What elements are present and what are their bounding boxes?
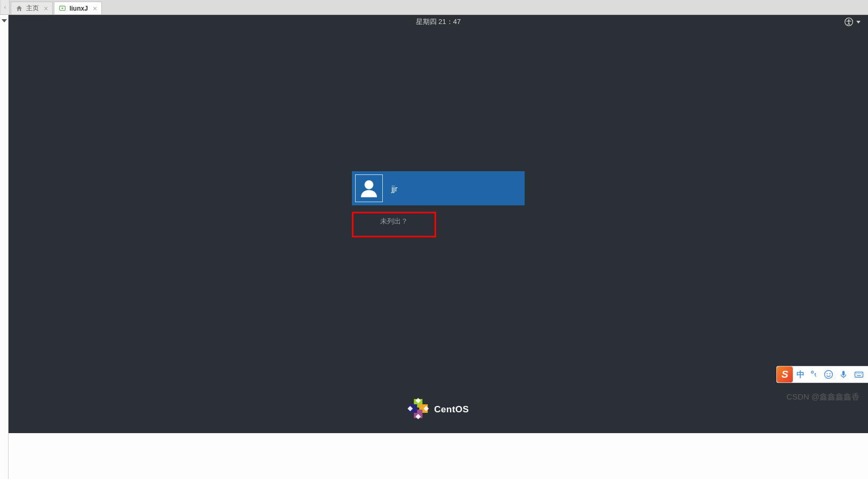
svg-point-8 [811, 371, 814, 373]
not-listed-link[interactable]: 未列出？ [380, 217, 408, 226]
svg-rect-13 [842, 371, 845, 376]
svg-rect-19 [857, 376, 861, 377]
keyboard-icon[interactable] [852, 370, 866, 379]
svg-rect-15 [856, 373, 857, 374]
vm-guest-display[interactable]: 星期四 21：47 jjr 未列出？ [9, 15, 868, 433]
svg-point-9 [815, 373, 816, 374]
ime-punct-button[interactable] [808, 370, 820, 380]
svg-rect-14 [855, 372, 863, 378]
svg-point-10 [825, 371, 833, 379]
centos-logo-icon [407, 398, 429, 421]
svg-rect-16 [858, 373, 859, 374]
svg-point-3 [365, 180, 374, 189]
vm-status-bar-area [9, 433, 868, 479]
svg-point-12 [830, 373, 831, 374]
user-avatar [355, 174, 383, 202]
os-name-label: CentOS [434, 404, 469, 415]
sogou-logo-icon[interactable]: S [777, 366, 793, 382]
csdn-watermark: CSDN @鑫鑫鑫鑫香 [786, 392, 859, 402]
os-branding: CentOS [407, 398, 469, 421]
side-panel-gutter [0, 15, 9, 479]
not-listed-highlight-box: 未列出？ [352, 212, 436, 237]
login-screen: jjr 未列出？ [9, 2, 868, 406]
user-tile[interactable]: jjr [352, 171, 525, 205]
svg-point-11 [826, 373, 827, 374]
ime-toolbar[interactable]: S 中 [776, 366, 868, 383]
svg-rect-18 [861, 373, 862, 374]
user-icon [358, 178, 380, 199]
dropdown-caret-icon[interactable] [2, 19, 7, 22]
smiley-icon[interactable] [822, 370, 835, 379]
microphone-icon[interactable] [837, 370, 850, 379]
ime-mode-button[interactable]: 中 [795, 370, 806, 380]
svg-rect-17 [859, 373, 861, 374]
user-name-label: jjr [391, 184, 398, 193]
vm-viewport-wrapper: 星期四 21：47 jjr 未列出？ [9, 15, 868, 479]
